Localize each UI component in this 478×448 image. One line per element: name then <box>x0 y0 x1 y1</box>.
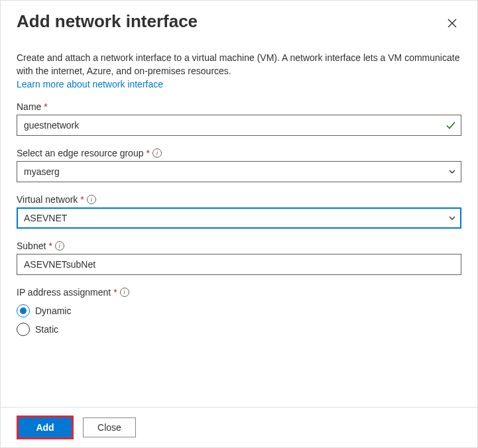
learn-more-link[interactable]: Learn more about network interface <box>17 79 163 89</box>
ip-assignment-radio-group: Dynamic Static <box>17 302 461 339</box>
required-mark: * <box>80 194 84 205</box>
label-text: IP address assignment <box>17 287 111 298</box>
radio-static[interactable]: Static <box>17 320 461 339</box>
required-mark: * <box>44 101 47 112</box>
highlight-box: Add <box>17 416 74 439</box>
add-network-interface-pane: Add network interface Create and attach … <box>0 0 478 448</box>
radio-label: Static <box>35 324 58 335</box>
field-label-resource-group: Select an edge resource group * i <box>17 148 461 158</box>
field-ip-assignment: IP address assignment * i Dynamic Static <box>17 287 461 339</box>
required-mark: * <box>113 287 117 298</box>
label-text: Virtual network <box>17 194 78 205</box>
field-name: Name * <box>17 101 461 136</box>
radio-dynamic[interactable]: Dynamic <box>17 302 461 320</box>
info-icon[interactable]: i <box>87 195 96 204</box>
field-virtual-network: Virtual network * i ASEVNET <box>17 194 461 229</box>
info-icon[interactable]: i <box>120 288 129 297</box>
radio-label: Dynamic <box>35 306 71 316</box>
subnet-input[interactable] <box>17 254 461 275</box>
header: Add network interface <box>1 1 477 34</box>
label-text: Select an edge resource group <box>17 148 143 158</box>
field-label-name: Name * <box>17 101 461 112</box>
form-body: Create and attach a network interface to… <box>1 34 477 407</box>
field-subnet: Subnet * i <box>17 241 461 275</box>
radio-icon <box>17 304 30 317</box>
required-mark: * <box>48 241 52 251</box>
label-text: Name <box>17 101 41 112</box>
close-icon[interactable] <box>443 14 461 32</box>
footer: Add Close <box>1 407 477 447</box>
add-button[interactable]: Add <box>19 418 72 437</box>
field-resource-group: Select an edge resource group * i myaser… <box>17 148 461 182</box>
field-label-subnet: Subnet * i <box>17 241 461 251</box>
description-text: Create and attach a network interface to… <box>17 51 461 78</box>
info-icon[interactable]: i <box>152 148 162 158</box>
close-button[interactable]: Close <box>83 418 136 437</box>
required-mark: * <box>146 148 149 158</box>
info-icon[interactable]: i <box>55 241 64 251</box>
page-title: Add network interface <box>17 11 198 32</box>
field-label-virtual-network: Virtual network * i <box>17 194 461 205</box>
field-label-ip-assignment: IP address assignment * i <box>17 287 461 298</box>
virtual-network-select[interactable]: ASEVNET <box>17 207 461 229</box>
name-input[interactable] <box>17 115 461 136</box>
label-text: Subnet <box>17 241 46 251</box>
resource-group-select[interactable]: myaserg <box>17 161 461 182</box>
radio-icon <box>17 323 30 336</box>
